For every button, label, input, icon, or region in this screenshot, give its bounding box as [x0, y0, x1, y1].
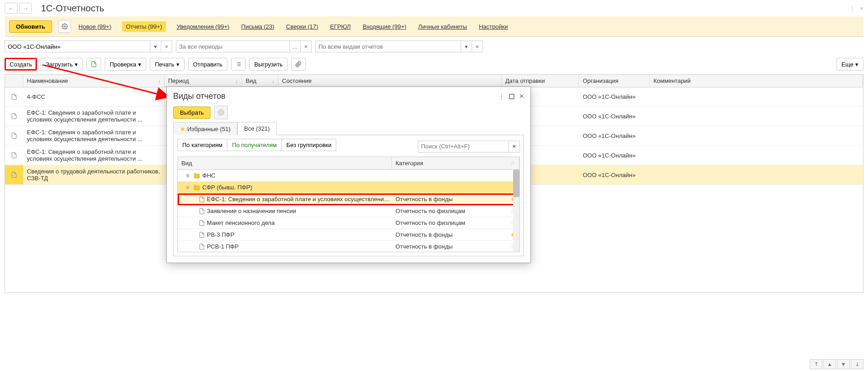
dialog-title: Виды отчетов [173, 91, 494, 101]
col-org[interactable]: Организация [579, 75, 650, 87]
toolbar-link-5[interactable]: ЕГРЮЛ [329, 21, 351, 32]
toolbar-link-2[interactable]: Уведомления (99+) [176, 21, 231, 32]
close-icon[interactable]: × [860, 5, 863, 12]
print-button[interactable]: Печать▾ [150, 58, 185, 71]
type-dropdown-button[interactable]: ▾ [461, 41, 472, 52]
svg-point-0 [64, 25, 66, 27]
toolbar-link-4[interactable]: Сверки (17) [285, 21, 319, 32]
type-clear-button[interactable]: × [472, 41, 483, 52]
org-clear-button[interactable]: × [161, 41, 172, 52]
menu-dots-icon[interactable]: ⋮ [849, 5, 855, 12]
sort-arrow-icon: ↓ [236, 78, 238, 84]
tab-favorites[interactable]: ★ Избранные (51) [173, 122, 237, 135]
gear-button[interactable] [58, 20, 71, 33]
tree-folder[interactable]: ⊖СФР (бывш. ПФР) [178, 182, 519, 193]
tree-item[interactable]: РВ-3 ПФРОтчетность в фонды★ [178, 229, 519, 241]
tab-all[interactable]: Все (321) [237, 122, 277, 135]
toolbar-link-6[interactable]: Входящие (99+) [362, 21, 407, 32]
period-filter-input[interactable] [176, 41, 290, 52]
tree-cell-type: Макет пенсионного дела [178, 218, 392, 228]
tree-item[interactable]: ЕФС-1: Сведения о заработной плате и усл… [178, 193, 519, 205]
footer-up-button[interactable]: ▲ [823, 359, 836, 369]
col-period[interactable]: Период↓ [164, 75, 242, 87]
col-type[interactable]: Вид↓ [242, 75, 278, 87]
sort-arrow-icon: ↓ [272, 78, 275, 84]
row-comment [650, 113, 863, 119]
titlebar: ← → 1С-Отчетность ⋮ × [0, 0, 868, 16]
tree-scrollbar[interactable] [513, 170, 519, 252]
col-state[interactable]: Состояние [278, 75, 502, 87]
row-name: 4-ФСС [23, 91, 164, 103]
group-by-recipient-button[interactable]: По получателям [227, 139, 282, 151]
document-icon [199, 208, 205, 215]
more-button[interactable]: Еще▾ [837, 58, 863, 71]
category-label: Отчетность по физлицам [395, 219, 465, 226]
dialog-subheader: Выбрать [167, 103, 530, 122]
tree-cell-type: ⊖СФР (бывш. ПФР) [178, 183, 392, 192]
row-comment [650, 172, 863, 178]
tree-col-type[interactable]: Вид [178, 157, 392, 169]
dialog-menu-icon[interactable]: ⋮ [498, 93, 504, 100]
group-by-category-button[interactable]: По категориям [177, 139, 227, 151]
tree-body[interactable]: ⊕ФНС⊖СФР (бывш. ПФР)ЕФС-1: Сведения о за… [178, 170, 519, 252]
period-picker-button[interactable]: ... [290, 41, 301, 52]
col-name[interactable]: Наименование↓ [23, 75, 164, 87]
create-button[interactable]: Создать [5, 58, 37, 71]
tree-item[interactable]: Макет пенсионного делаОтчетность по физл… [178, 217, 519, 229]
tree-item[interactable]: Заявление о назначении пенсииОтчетность … [178, 205, 519, 217]
attach-button[interactable] [291, 58, 306, 71]
footer-top-button[interactable]: ⤒ [810, 359, 822, 369]
collapse-icon[interactable]: ⊖ [186, 185, 191, 190]
update-button[interactable]: Обновить [9, 20, 52, 33]
search-clear-button[interactable]: × [509, 141, 520, 152]
toolbar-link-7[interactable]: Личные кабинеты [417, 21, 468, 32]
dialog-content: По категориям По получателям Без группир… [173, 135, 524, 256]
export-button[interactable]: Выгрузить [249, 58, 288, 71]
group-none-button[interactable]: Без группировки [282, 139, 336, 151]
nav-arrows: ← → [5, 3, 32, 14]
footer-bottom-button[interactable]: ⤓ [851, 359, 863, 369]
type-filter-group: ▾ × [315, 41, 483, 52]
scrollbar-thumb[interactable] [513, 170, 519, 197]
tree-label: РВ-3 ПФР [207, 231, 234, 238]
tree-cell-category: Отчетность в фонды☆ [392, 242, 519, 251]
toolbar-link-0[interactable]: Новое (99+) [77, 21, 112, 32]
tree-folder[interactable]: ⊕ФНС [178, 170, 519, 182]
load-button[interactable]: Загрузить▾ [41, 58, 82, 71]
send-button[interactable]: Отправить [188, 58, 227, 71]
list-button[interactable] [231, 58, 246, 71]
document-icon [199, 196, 205, 203]
document-icon [11, 171, 17, 178]
nav-back-button[interactable]: ← [5, 3, 17, 14]
check-button[interactable]: Проверка▾ [105, 58, 146, 71]
col-sent[interactable]: Дата отправки [502, 75, 579, 87]
tree-col-category[interactable]: Категория ☆ [392, 157, 519, 169]
col-icon[interactable] [5, 75, 23, 87]
search-group: × [418, 141, 520, 152]
select-button[interactable]: Выбрать [173, 107, 211, 119]
dialog-maximize-icon[interactable] [509, 94, 514, 99]
info-button[interactable] [214, 106, 228, 119]
footer-down-button[interactable]: ▼ [837, 359, 850, 369]
org-dropdown-button[interactable]: ▾ [150, 41, 161, 52]
tree-cell-category: Отчетность по физлицам☆ [392, 206, 519, 216]
row-name: ЕФС-1: Сведения о заработной плате и усл… [23, 107, 164, 126]
type-filter-input[interactable] [315, 41, 461, 52]
load-file-button[interactable] [87, 58, 101, 71]
col-comment[interactable]: Комментарий [650, 75, 863, 87]
toolbar-link-8[interactable]: Настройки [478, 21, 509, 32]
tree-item[interactable]: РСВ-1 ПФРОтчетность в фонды☆ [178, 241, 519, 252]
dialog-close-icon[interactable]: × [519, 91, 524, 101]
toolbar-link-3[interactable]: Письма (23) [240, 21, 275, 32]
tree-header: Вид Категория ☆ [178, 157, 519, 170]
toolbar-links: Новое (99+)Отчеты (99+)Уведомления (99+)… [77, 21, 508, 32]
search-input[interactable] [418, 141, 509, 152]
tree-label: РСВ-1 ПФР [207, 243, 239, 250]
tree-cell-type: ⊕ФНС [178, 171, 392, 180]
org-filter-input[interactable] [5, 41, 150, 52]
period-clear-button[interactable]: × [301, 41, 312, 52]
toolbar-link-1[interactable]: Отчеты (99+) [122, 21, 165, 32]
expand-icon[interactable]: ⊕ [186, 173, 191, 178]
nav-forward-button[interactable]: → [19, 3, 32, 14]
row-name: ЕФС-1: Сведения о заработной плате и усл… [23, 126, 164, 145]
